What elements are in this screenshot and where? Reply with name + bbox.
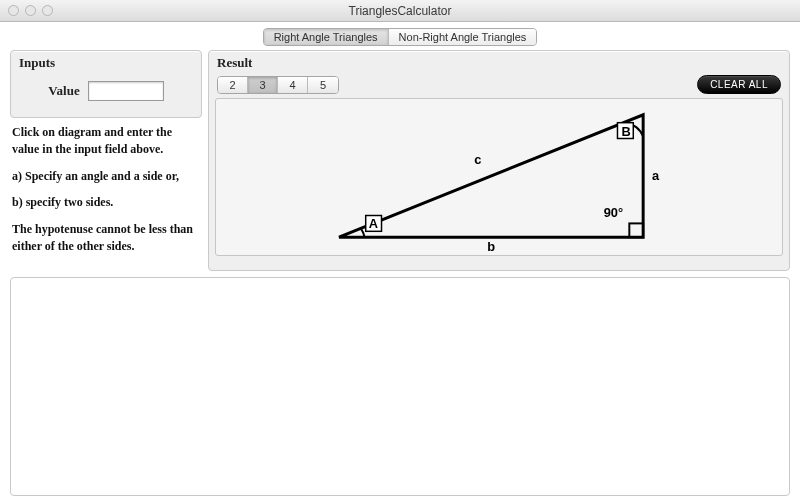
triangle-diagram[interactable]: A B c a b 90° [215, 98, 783, 256]
instructions-line1: Click on diagram and enter the value in … [12, 124, 200, 158]
right-angle-icon [629, 223, 643, 237]
vertex-b-label: B [621, 124, 630, 139]
titlebar: TrianglesCalculator [0, 0, 800, 22]
output-panel [10, 277, 790, 496]
instructions: Click on diagram and enter the value in … [10, 118, 202, 271]
decimals-option-2[interactable]: 2 [218, 77, 248, 93]
inputs-panel: Inputs Value [10, 50, 202, 118]
side-a-label[interactable]: a [652, 168, 660, 183]
clear-all-button[interactable]: CLEAR ALL [697, 75, 781, 94]
window-title: TrianglesCalculator [0, 4, 800, 18]
left-column: Inputs Value Click on diagram and enter … [10, 50, 202, 271]
value-label: Value [48, 83, 79, 99]
result-panel: Result 2 3 4 5 CLEAR ALL [208, 50, 790, 271]
side-c-label[interactable]: c [474, 152, 481, 167]
top-row: Inputs Value Click on diagram and enter … [10, 50, 790, 271]
decimals-option-3[interactable]: 3 [248, 77, 278, 93]
value-row: Value [19, 75, 193, 109]
result-header: Result [209, 51, 789, 73]
decimals-option-4[interactable]: 4 [278, 77, 308, 93]
instructions-line3: b) specify two sides. [12, 194, 200, 211]
tab-non-right-angle[interactable]: Non-Right Angle Triangles [389, 29, 537, 45]
app-window: TrianglesCalculator Right Angle Triangle… [0, 0, 800, 500]
instructions-line4: The hypotenuse cannot be less than eithe… [12, 221, 200, 255]
value-input[interactable] [88, 81, 164, 101]
vertex-a-label: A [369, 216, 378, 231]
instructions-line2: a) Specify an angle and a side or, [12, 168, 200, 185]
right-angle-label: 90° [604, 205, 623, 220]
triangle-svg: A B c a b 90° [216, 99, 782, 255]
decimals-segmented: 2 3 4 5 [217, 76, 339, 94]
tab-right-angle[interactable]: Right Angle Triangles [264, 29, 389, 45]
result-toolbar: 2 3 4 5 CLEAR ALL [209, 73, 789, 98]
inputs-header: Inputs [11, 51, 201, 73]
side-b-label[interactable]: b [487, 239, 495, 254]
window-body: Right Angle Triangles Non-Right Angle Tr… [0, 22, 800, 500]
triangle-shape[interactable] [339, 115, 643, 237]
main-tabbar: Right Angle Triangles Non-Right Angle Tr… [10, 22, 790, 46]
decimals-option-5[interactable]: 5 [308, 77, 338, 93]
